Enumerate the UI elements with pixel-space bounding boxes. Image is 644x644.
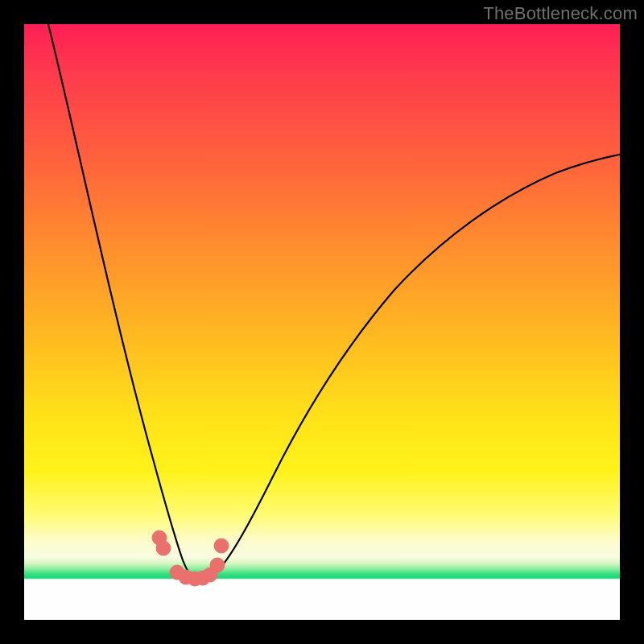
bottleneck-curve [48, 24, 620, 579]
chart-frame: TheBottleneck.com [0, 0, 644, 644]
curve-marker [210, 558, 225, 572]
curve-markers [152, 530, 229, 586]
curve-marker [156, 541, 171, 555]
curve-svg [24, 24, 620, 620]
watermark-text: TheBottleneck.com [483, 3, 638, 24]
plot-area [24, 24, 620, 620]
curve-marker [214, 539, 229, 553]
